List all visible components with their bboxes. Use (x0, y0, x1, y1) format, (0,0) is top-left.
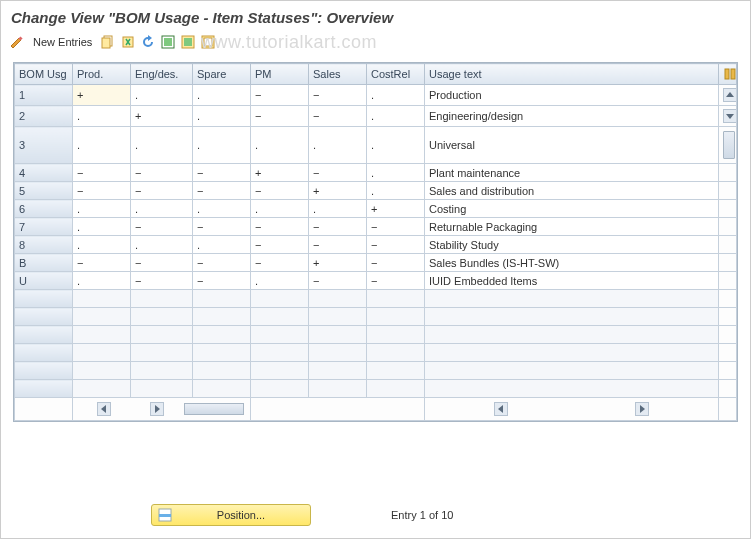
cell[interactable]: IUID Embedded Items (425, 272, 719, 290)
cell[interactable]: . (251, 127, 309, 164)
cell[interactable]: . (251, 200, 309, 218)
cell[interactable]: − (193, 164, 251, 182)
cell[interactable]: − (131, 218, 193, 236)
cell[interactable]: − (131, 254, 193, 272)
scroll-left2-icon[interactable] (494, 402, 508, 416)
cell[interactable]: − (193, 218, 251, 236)
table-row[interactable]: 6.....+Costing (15, 200, 737, 218)
cell[interactable]: Sales Bundles (IS-HT-SW) (425, 254, 719, 272)
scroll-up-icon[interactable] (719, 85, 737, 106)
cell[interactable]: . (131, 200, 193, 218)
cell[interactable]: . (309, 127, 367, 164)
cell[interactable]: − (309, 272, 367, 290)
cell[interactable]: − (251, 85, 309, 106)
cell[interactable]: . (73, 200, 131, 218)
cell[interactable]: − (251, 106, 309, 127)
cell[interactable]: − (251, 182, 309, 200)
scroll-thumb-left[interactable] (184, 403, 244, 415)
cell[interactable]: Production (425, 85, 719, 106)
select-block-icon[interactable] (180, 34, 196, 50)
scroll-left-icon[interactable] (97, 402, 111, 416)
row-header[interactable]: 6 (15, 200, 73, 218)
cell[interactable]: . (367, 85, 425, 106)
row-header[interactable]: 5 (15, 182, 73, 200)
cell[interactable]: − (73, 182, 131, 200)
new-entries-button[interactable]: New Entries (33, 36, 92, 48)
col-spare[interactable]: Spare (193, 64, 251, 85)
cell[interactable]: − (367, 254, 425, 272)
row-header[interactable]: 1 (15, 85, 73, 106)
cell[interactable]: . (131, 236, 193, 254)
cell[interactable]: Returnable Packaging (425, 218, 719, 236)
col-eng[interactable]: Eng/des. (131, 64, 193, 85)
cell[interactable]: − (193, 254, 251, 272)
copy-as-icon[interactable] (100, 34, 116, 50)
cell[interactable]: . (193, 200, 251, 218)
cell[interactable]: . (73, 218, 131, 236)
col-prod[interactable]: Prod. (73, 64, 131, 85)
table-row[interactable]: 1+..−−.Production (15, 85, 737, 106)
row-header[interactable]: 2 (15, 106, 73, 127)
toggle-display-icon[interactable] (9, 34, 25, 50)
table-row[interactable]: U.−−.−−IUID Embedded Items (15, 272, 737, 290)
cell[interactable]: . (73, 127, 131, 164)
table-row[interactable]: 8...−−−Stability Study (15, 236, 737, 254)
cell[interactable]: − (73, 164, 131, 182)
table-row[interactable]: 2.+.−−.Engineering/design (15, 106, 737, 127)
cell[interactable]: . (193, 127, 251, 164)
delete-icon[interactable] (120, 34, 136, 50)
cell[interactable]: − (193, 272, 251, 290)
cell[interactable]: − (193, 182, 251, 200)
scroll-right-icon[interactable] (150, 402, 164, 416)
cell[interactable]: . (309, 200, 367, 218)
undo-icon[interactable] (140, 34, 156, 50)
cell[interactable]: + (251, 164, 309, 182)
cell[interactable]: + (131, 106, 193, 127)
table-row[interactable]: 4−−−+−.Plant maintenance (15, 164, 737, 182)
col-usage-text[interactable]: Usage text (425, 64, 719, 85)
scroll-down-icon[interactable] (719, 106, 737, 127)
cell[interactable]: − (73, 254, 131, 272)
cell[interactable]: . (193, 85, 251, 106)
cell[interactable]: + (309, 182, 367, 200)
cell[interactable]: + (73, 85, 131, 106)
cell[interactable]: Sales and distribution (425, 182, 719, 200)
cell[interactable]: Plant maintenance (425, 164, 719, 182)
cell[interactable]: Costing (425, 200, 719, 218)
cell[interactable]: + (367, 200, 425, 218)
scroll-right2-icon[interactable] (635, 402, 649, 416)
row-header[interactable]: 8 (15, 236, 73, 254)
cell[interactable]: − (309, 106, 367, 127)
table-row[interactable]: 5−−−−+.Sales and distribution (15, 182, 737, 200)
cell[interactable]: − (309, 85, 367, 106)
scroll-thumb[interactable] (719, 127, 737, 164)
col-pm[interactable]: PM (251, 64, 309, 85)
col-costrel[interactable]: CostRel (367, 64, 425, 85)
cell[interactable]: − (251, 236, 309, 254)
cell[interactable]: . (367, 127, 425, 164)
cell[interactable]: − (309, 218, 367, 236)
cell[interactable]: − (131, 182, 193, 200)
cell[interactable]: Stability Study (425, 236, 719, 254)
row-header[interactable]: 4 (15, 164, 73, 182)
cell[interactable]: Universal (425, 127, 719, 164)
row-header[interactable]: 3 (15, 127, 73, 164)
cell[interactable]: . (193, 236, 251, 254)
cell[interactable]: . (131, 85, 193, 106)
cell[interactable]: − (131, 164, 193, 182)
col-bom-usg[interactable]: BOM Usg (15, 64, 73, 85)
cell[interactable]: − (367, 272, 425, 290)
cell[interactable]: . (73, 272, 131, 290)
cell[interactable]: − (309, 236, 367, 254)
cell[interactable]: . (367, 182, 425, 200)
cell[interactable]: − (251, 254, 309, 272)
configure-columns-icon[interactable] (719, 64, 737, 85)
table-row[interactable]: 7.−−−−−Returnable Packaging (15, 218, 737, 236)
cell[interactable]: . (73, 106, 131, 127)
cell[interactable]: . (251, 272, 309, 290)
col-sales[interactable]: Sales (309, 64, 367, 85)
cell[interactable]: . (193, 106, 251, 127)
row-header[interactable]: 7 (15, 218, 73, 236)
cell[interactable]: . (367, 164, 425, 182)
cell[interactable]: + (309, 254, 367, 272)
